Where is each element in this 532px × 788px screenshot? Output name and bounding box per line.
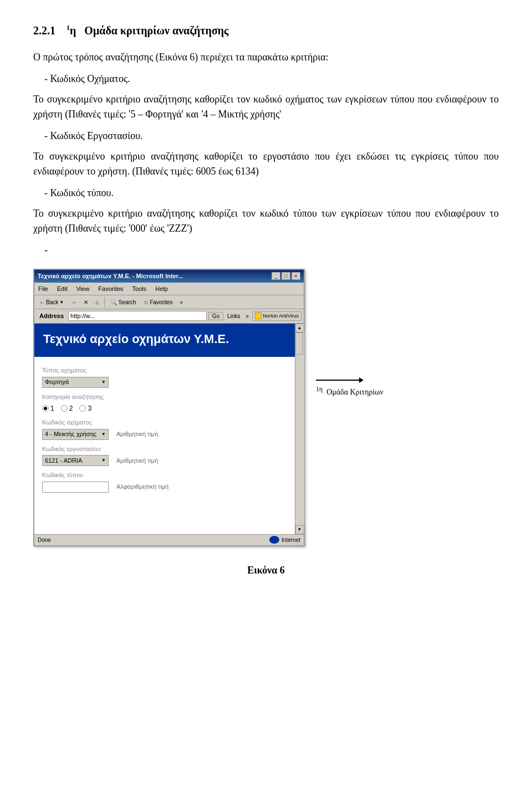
menu-favorites[interactable]: Favorites	[96, 284, 125, 294]
radio-dot-3	[79, 405, 86, 412]
factory-code-label: Κωδικός εργοστασίου	[42, 444, 287, 454]
browser-scrollbar: ▲ ▼	[295, 324, 304, 534]
bullet-item-3: Κωδικός τύπου.	[44, 186, 499, 201]
web-header: Τεχνικό αρχείο οχημάτων Υ.Μ.Ε.	[34, 324, 295, 357]
vehicle-type-value: Φορτηγά	[45, 377, 69, 387]
vehicle-type-select[interactable]: Φορτηγά ▼	[42, 377, 109, 388]
browser-toolbar: ← Back ▼ → ✕ ⌂ 🔍 Search ☆ Favorites »	[34, 295, 304, 309]
factory-code-value: 6121 - ADRIA	[45, 456, 82, 465]
menu-help[interactable]: Help	[154, 284, 170, 294]
paragraph-3: Το συγκεκριμένο κριτήριο αναζήτησης καθο…	[33, 206, 499, 236]
web-body: Τύπος οχήματος Φορτηγά ▼ Κατηγορία αναζή…	[34, 357, 295, 502]
browser-window: Τεχνικό αρχείο οχημάτων Y.M.E. - Microso…	[33, 269, 305, 546]
address-input[interactable]	[68, 311, 207, 321]
home-button[interactable]: ⌂	[93, 298, 101, 306]
figure-caption: Εικόνα 6	[33, 563, 499, 578]
maximize-button[interactable]: □	[282, 272, 290, 280]
search-category-label: Κατηγορία αναζήτησης	[42, 392, 287, 402]
vehicle-code-row: 4 - Μεικτής χρήσης ▼ Αριθμητική τιμή	[42, 429, 287, 440]
search-button[interactable]: 🔍 Search	[108, 298, 139, 306]
bullet-item-2: Κωδικός Εργοστασίου.	[44, 129, 499, 144]
annotation-text: Ομάδα Κριτηρίων	[326, 388, 383, 396]
browser-statusbar: Done Internet	[34, 534, 304, 545]
menu-tools[interactable]: Tools	[131, 284, 149, 294]
vehicle-code-select[interactable]: 4 - Μεικτής χρήσης ▼	[42, 429, 109, 440]
status-zone: Internet	[282, 536, 300, 544]
norton-label: Norton AntiVirus	[263, 313, 299, 320]
close-button[interactable]: ×	[291, 272, 300, 280]
factory-code-type-label: Αριθμητική τιμή	[116, 456, 158, 465]
vehicle-code-label: Κωδικός οχήματος	[42, 418, 287, 427]
radio-option-3[interactable]: 3	[79, 403, 91, 413]
status-text: Done	[38, 536, 51, 544]
type-code-row: Αλφαριθμητική τιμή	[42, 482, 287, 493]
annotation-arrow	[316, 380, 360, 381]
bullet-item-1: Κωδικός Οχήματος.	[44, 71, 499, 86]
norton-icon	[255, 313, 262, 319]
scroll-thumb[interactable]	[295, 332, 303, 355]
section-title: Ομάδα κριτηρίων αναζήτησης	[84, 24, 228, 37]
more-toolbar-button[interactable]: »	[177, 298, 186, 306]
browser-title: Τεχνικό αρχείο οχημάτων Y.M.E. - Microso…	[38, 272, 183, 281]
back-button[interactable]: ← Back ▼	[37, 298, 66, 306]
browser-titlebar: Τεχνικό αρχείο οχημάτων Y.M.E. - Microso…	[34, 270, 304, 283]
section-heading: 2.2.1 1η Ομάδα κριτηρίων αναζήτησης	[33, 22, 499, 39]
radio-group: 1 2 3	[42, 403, 287, 413]
section-number: 2.2.1	[33, 24, 55, 37]
bullet-dash-empty	[44, 243, 499, 258]
status-right: Internet	[269, 536, 300, 544]
menu-file[interactable]: File	[37, 284, 50, 294]
links-arrow-icon[interactable]: »	[244, 311, 252, 321]
arrow-line	[316, 380, 360, 381]
factory-code-row: 6121 - ADRIA ▼ Αριθμητική τιμή	[42, 455, 287, 466]
web-title: Τεχνικό αρχείο οχημάτων Υ.Μ.Ε.	[43, 332, 229, 346]
go-button[interactable]: Go	[208, 312, 223, 320]
address-label: Address	[37, 310, 66, 322]
annotation-label: 1η Ομάδα Κριτηρίων	[316, 384, 383, 398]
radio-label-1: 1	[50, 403, 54, 413]
browser-menubar: File Edit View Favorites Tools Help	[34, 283, 304, 296]
vehicle-code-value: 4 - Μεικτής χρήσης	[45, 429, 96, 439]
scroll-track[interactable]	[295, 332, 304, 525]
address-bar: Address Go Links » Norton AntiVirus	[34, 309, 304, 324]
radio-option-2[interactable]: 2	[61, 403, 73, 413]
factory-code-arrow-icon: ▼	[101, 457, 106, 464]
norton-antivirus-button[interactable]: Norton AntiVirus	[252, 311, 301, 321]
factory-code-select[interactable]: 6121 - ADRIA ▼	[42, 455, 109, 466]
radio-dot-2	[61, 405, 68, 412]
stop-button[interactable]: ✕	[81, 298, 91, 306]
toolbar-separator-1	[104, 296, 105, 308]
annotation-superscript: 1η	[316, 385, 323, 393]
back-icon: ←	[39, 299, 45, 305]
type-code-type-label: Αλφαριθμητική τιμή	[116, 482, 168, 492]
scroll-up-button[interactable]: ▲	[295, 324, 304, 332]
vehicle-code-arrow-icon: ▼	[101, 431, 106, 438]
vehicle-code-type-label: Αριθμητική τιμή	[116, 429, 158, 439]
browser-content: Τεχνικό αρχείο οχημάτων Υ.Μ.Ε. Τύπος οχή…	[34, 324, 304, 534]
internet-icon	[269, 536, 279, 544]
figure-container: Τεχνικό αρχείο οχημάτων Y.M.E. - Microso…	[33, 269, 499, 546]
menu-view[interactable]: View	[75, 284, 91, 294]
paragraph-1: Το συγκεκριμένο κριτήριο αναζήτησης καθο…	[33, 92, 499, 122]
back-arrow-icon: ▼	[59, 300, 64, 305]
radio-option-1[interactable]: 1	[42, 403, 54, 413]
type-code-input[interactable]	[42, 482, 109, 493]
minimize-button[interactable]: _	[272, 272, 280, 280]
radio-label-2: 2	[69, 403, 73, 413]
annotation-container: 1η Ομάδα Κριτηρίων	[316, 380, 383, 398]
favorites-button[interactable]: ☆ Favorites	[141, 298, 176, 306]
links-label[interactable]: Links	[225, 311, 242, 321]
links-bar: Links » Norton AntiVirus	[225, 311, 301, 321]
forward-button[interactable]: →	[68, 298, 79, 306]
menu-edit[interactable]: Edit	[55, 284, 69, 294]
vehicle-type-arrow-icon: ▼	[101, 379, 106, 386]
section-superscript: 1η	[66, 24, 76, 37]
scroll-area: Τεχνικό αρχείο οχημάτων Υ.Μ.Ε. Τύπος οχή…	[34, 324, 295, 534]
vehicle-type-label: Τύπος οχήματος	[42, 366, 287, 375]
radio-label-3: 3	[88, 403, 91, 413]
intro-paragraph: Ο πρώτος τρόπος αναζήτησης (Εικόνα 6) πε…	[33, 50, 499, 65]
titlebar-buttons: _ □ ×	[272, 272, 300, 280]
radio-dot-1	[42, 405, 49, 412]
scroll-down-button[interactable]: ▼	[295, 525, 304, 534]
web-content: Τεχνικό αρχείο οχημάτων Υ.Μ.Ε. Τύπος οχή…	[34, 324, 295, 534]
